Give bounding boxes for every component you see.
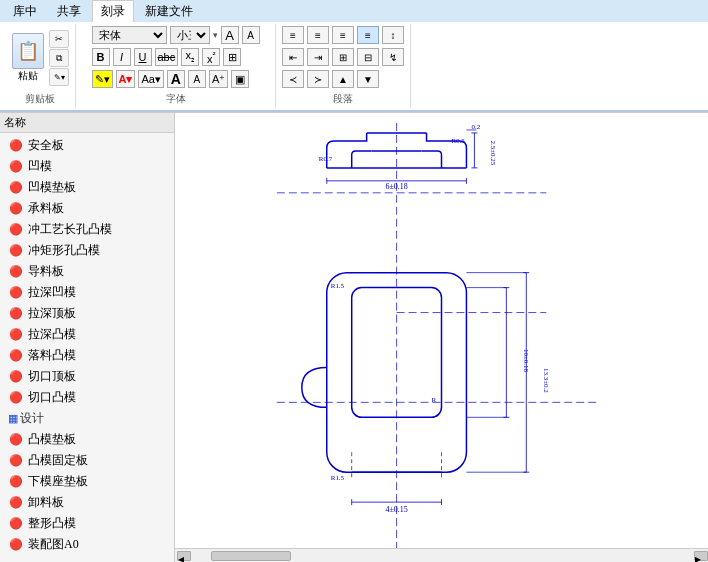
horizontal-scrollbar[interactable]: ◂ ▸ — [175, 548, 708, 562]
case-button[interactable]: Aa▾ — [138, 70, 163, 88]
tab-gongx[interactable]: 共享 — [48, 0, 90, 22]
font-style-button[interactable]: ⊞ — [223, 48, 241, 66]
bold-button[interactable]: B — [92, 48, 110, 66]
scroll-right-button[interactable]: ▸ — [694, 551, 708, 561]
item-icon-red-18: 🔴 — [8, 517, 24, 531]
para-extra-6[interactable]: ▲ — [332, 70, 354, 88]
align-left-button[interactable]: ≡ — [282, 26, 304, 44]
item-label: 安全板 — [28, 137, 64, 154]
sidebar-item-lashen-tu[interactable]: 🔴 拉深凸模 — [0, 324, 174, 345]
align-right-button[interactable]: ≡ — [332, 26, 354, 44]
paste-icon: 📋 — [12, 33, 44, 69]
font-grow-button[interactable]: A — [221, 26, 239, 44]
item-icon-red-8: 🔴 — [8, 286, 24, 300]
item-icon-red-11: 🔴 — [8, 349, 24, 363]
item-label-10: 拉深凸模 — [28, 326, 76, 343]
sidebar-item-lashen-ao[interactable]: 🔴 拉深凹模 — [0, 282, 174, 303]
font-a-big[interactable]: A — [167, 70, 185, 88]
para-extra-4[interactable]: ≺ — [282, 70, 304, 88]
cut-button[interactable]: ✂ — [49, 30, 69, 48]
scrollbar-thumb[interactable] — [211, 551, 291, 561]
item-label-2: 凹模 — [28, 158, 52, 175]
item-icon-red-16: 🔴 — [8, 475, 24, 489]
font-shrink-button[interactable]: A — [242, 26, 260, 44]
font-group-content: 宋体 小三 ▾ A A B I U abc x₂ x² ⊞ — [92, 26, 260, 90]
svg-text:6±0.18: 6±0.18 — [385, 182, 407, 191]
para-extra-2[interactable]: ⊟ — [357, 48, 379, 66]
align-justify-button[interactable]: ≡ — [357, 26, 379, 44]
sidebar-item-tumu-dian[interactable]: 🔴 凸模垫板 — [0, 429, 174, 450]
superscript-button[interactable]: x² — [202, 48, 220, 66]
font-a-small[interactable]: A — [188, 70, 206, 88]
subscript-button[interactable]: x₂ — [181, 48, 199, 66]
font-row-3: ✎▾ A▾ Aa▾ A A A⁺ ▣ — [92, 70, 250, 88]
item-label-7: 导料板 — [28, 263, 64, 280]
sidebar-item-xiamo[interactable]: 🔴 下模座垫板 — [0, 471, 174, 492]
align-center-button[interactable]: ≡ — [307, 26, 329, 44]
item-label-13: 切口凸模 — [28, 389, 76, 406]
drawing-area[interactable]: 6±0.18 2.5±0.25 R0.7 R0.5 0.2 — [175, 113, 708, 562]
font-name-select[interactable]: 宋体 — [92, 26, 167, 44]
item-icon-red-13: 🔴 — [8, 391, 24, 405]
item-icon-red-19: 🔴 — [8, 538, 24, 552]
sidebar-item-anquanban[interactable]: 🔴 安全板 — [0, 135, 174, 156]
sidebar-item-chengliaoban[interactable]: 🔴 承料板 — [0, 198, 174, 219]
para-extra-3[interactable]: ↯ — [382, 48, 404, 66]
sidebar-item-aomovb[interactable]: 🔴 凹模垫板 — [0, 177, 174, 198]
scroll-left-button[interactable]: ◂ — [177, 551, 191, 561]
sidebar-item-luoliao[interactable]: 🔴 落料凸模 — [0, 345, 174, 366]
paste-button[interactable]: 📋 粘贴 — [10, 31, 46, 85]
copy-button[interactable]: ⧉ — [49, 49, 69, 67]
paste-label: 粘贴 — [18, 69, 38, 83]
sidebar-item-zhengxing[interactable]: 🔴 整形凸模 — [0, 513, 174, 534]
sidebar-list: 🔴 安全板 🔴 凹模 🔴 凹模垫板 🔴 承料板 🔴 冲工艺长孔凸模 🔴 — [0, 133, 174, 557]
font-size-select[interactable]: 小三 — [170, 26, 210, 44]
ribbon-content: 📋 粘贴 ✂ ⧉ ✎▾ 剪贴板 宋体 小三 — [0, 22, 708, 112]
sidebar-item-qiekou-ding[interactable]: 🔴 切口顶板 — [0, 366, 174, 387]
item-icon-red-12: 🔴 — [8, 370, 24, 384]
item-icon-red-9: 🔴 — [8, 307, 24, 321]
sidebar-item-chongjuxing[interactable]: 🔴 冲矩形孔凸模 — [0, 240, 174, 261]
svg-text:4±0.15: 4±0.15 — [385, 505, 407, 514]
font-group: 宋体 小三 ▾ A A B I U abc x₂ x² ⊞ — [76, 24, 276, 108]
font-extra-btn[interactable]: A⁺ — [209, 70, 228, 88]
indent-decrease-button[interactable]: ⇤ — [282, 48, 304, 66]
item-icon-red-10: 🔴 — [8, 328, 24, 342]
sidebar-item-lashen-ding[interactable]: 🔴 拉深顶板 — [0, 303, 174, 324]
italic-button[interactable]: I — [113, 48, 131, 66]
underline-button[interactable]: U — [134, 48, 152, 66]
line-spacing-button[interactable]: ↕ — [382, 26, 404, 44]
sidebar-item-qiekou-tu[interactable]: 🔴 切口凸模 — [0, 387, 174, 408]
highlight-button[interactable]: ✎▾ — [92, 70, 113, 88]
tab-kuzh[interactable]: 库中 — [4, 0, 46, 22]
font-row-1: 宋体 小三 ▾ A A — [92, 26, 260, 44]
font-box-btn[interactable]: ▣ — [231, 70, 249, 88]
para-extra-7[interactable]: ▼ — [357, 70, 379, 88]
para-extra-5[interactable]: ≻ — [307, 70, 329, 88]
tab-kelu[interactable]: 刻录 — [92, 0, 134, 22]
sidebar-item-zhuangpei[interactable]: 🔴 装配图A0 — [0, 534, 174, 555]
item-label-11: 落料凸模 — [28, 347, 76, 364]
sidebar-section-design[interactable]: ▦ 设计 — [0, 408, 174, 429]
format-button[interactable]: ✎▾ — [49, 68, 69, 86]
sidebar-item-aomo[interactable]: 🔴 凹模 — [0, 156, 174, 177]
sidebar-item-xieliao[interactable]: 🔴 卸料板 — [0, 492, 174, 513]
font-label: 字体 — [166, 90, 186, 106]
font-color-button[interactable]: A▾ — [116, 70, 136, 88]
strikethrough-button[interactable]: abc — [155, 48, 179, 66]
tab-xinjian[interactable]: 新建文件 — [136, 0, 202, 22]
paragraph-group: ≡ ≡ ≡ ≡ ↕ ⇤ ⇥ ⊞ ⊟ ↯ ≺ ≻ ▲ ▼ — [276, 24, 411, 108]
sidebar: 名称 🔴 安全板 🔴 凹模 🔴 凹模垫板 🔴 承料板 🔴 冲工艺长孔凸模 — [0, 113, 175, 562]
item-icon-red-3: 🔴 — [8, 181, 24, 195]
sidebar-item-daoliao[interactable]: 🔴 导料板 — [0, 261, 174, 282]
svg-text:R1.5: R1.5 — [331, 474, 345, 482]
svg-text:13.3±0.2: 13.3±0.2 — [542, 368, 550, 393]
indent-increase-button[interactable]: ⇥ — [307, 48, 329, 66]
sidebar-item-tumu-gd[interactable]: 🔴 凸模固定板 — [0, 450, 174, 471]
section-label: 设计 — [20, 410, 44, 427]
para-extra-1[interactable]: ⊞ — [332, 48, 354, 66]
paragraph-group-content: ≡ ≡ ≡ ≡ ↕ ⇤ ⇥ ⊞ ⊟ ↯ ≺ ≻ ▲ ▼ — [282, 26, 404, 90]
item-label-6: 冲矩形孔凸模 — [28, 242, 100, 259]
item-icon-red-4: 🔴 — [8, 202, 24, 216]
sidebar-item-chonggongyi[interactable]: 🔴 冲工艺长孔凸模 — [0, 219, 174, 240]
